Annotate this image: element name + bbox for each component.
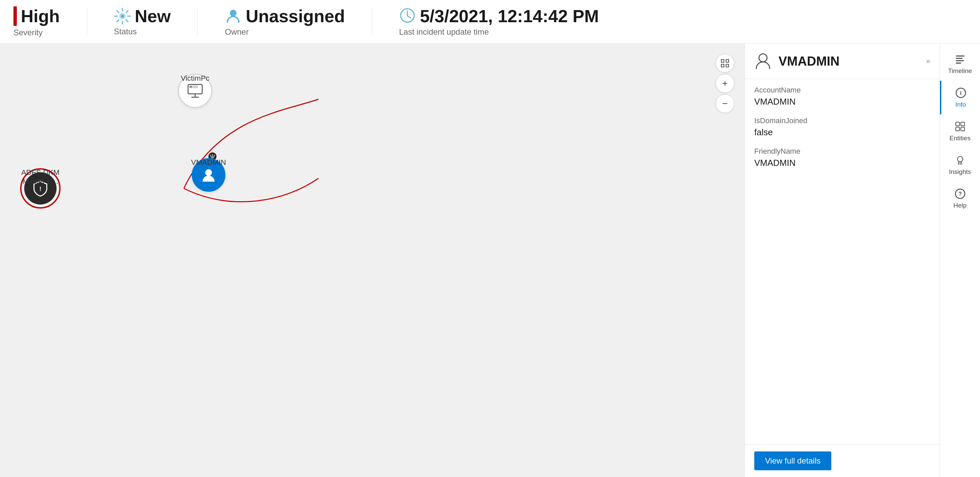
svg-point-24: [205, 169, 212, 176]
alert-node[interactable]: ! ADFS DKM Master K...: [20, 168, 60, 208]
svg-text:?: ?: [958, 191, 962, 197]
severity-item: High Severity: [13, 6, 60, 37]
view-full-details-button[interactable]: View full details: [754, 452, 831, 470]
svg-rect-37: [961, 122, 964, 126]
svg-rect-27: [721, 64, 724, 67]
svg-line-13: [407, 16, 410, 18]
user-icon-graph: [199, 166, 218, 184]
sidebar-item-entities[interactable]: Entities: [940, 114, 980, 148]
panel-title: VMADMIN: [778, 54, 840, 68]
svg-text:!: !: [39, 186, 41, 192]
unassigned-owner-icon: [225, 7, 242, 25]
fit-button[interactable]: [716, 54, 734, 73]
sidebar-item-timeline[interactable]: Timeline: [940, 47, 980, 81]
time-label: 5/3/2021, 12:14:42 PM: [420, 7, 599, 25]
status-item: New Status: [114, 7, 171, 37]
sidebar-item-insights[interactable]: Insights: [940, 148, 980, 182]
svg-rect-28: [726, 64, 729, 67]
sidebar-item-help[interactable]: ? Help: [940, 182, 980, 215]
monitor-icon: [186, 82, 204, 100]
zoom-in-icon: +: [722, 79, 728, 88]
panel-header: VMADMIN »: [745, 44, 940, 79]
svg-point-10: [230, 10, 237, 16]
svg-line-43: [961, 162, 962, 164]
panel-collapse-button[interactable]: »: [926, 57, 930, 65]
svg-rect-25: [721, 60, 724, 62]
sidebar-item-label-entities: Entities: [950, 135, 970, 142]
panel-footer: View full details: [745, 444, 940, 477]
sidebar-item-label-info: Info: [955, 101, 966, 108]
svg-text:i: i: [960, 90, 961, 96]
panel-content: AccountName VMADMIN IsDomainJoined false…: [745, 79, 940, 444]
panel-user-icon: [754, 52, 772, 71]
time-sublabel: Last incident update time: [399, 27, 599, 37]
panel-field: IsDomainJoined false: [754, 116, 930, 138]
right-sidebar: Timeline i Info Entities Insights ? Help: [940, 44, 980, 477]
svg-rect-30: [956, 56, 964, 57]
help-icon: ?: [954, 188, 966, 200]
svg-rect-26: [726, 60, 729, 62]
svg-point-1: [121, 14, 124, 18]
divider-2: [197, 8, 198, 35]
vmadmin-graph-node-label: VMADMIN: [178, 158, 239, 167]
victimpc-node[interactable]: VictimPc: [178, 74, 212, 108]
svg-line-9: [117, 19, 119, 22]
svg-rect-23: [193, 86, 197, 88]
panel-field-value: VMADMIN: [754, 158, 930, 168]
victimpc-node-label: VictimPc: [165, 74, 225, 83]
panel-field-label: AccountName: [754, 86, 930, 95]
divider-1: [87, 8, 87, 35]
graph-area[interactable]: ! ADFS DKM Master K... VictimPc: [0, 44, 745, 477]
svg-line-7: [126, 19, 128, 22]
panel-field-value: VMADMIN: [754, 97, 930, 107]
sidebar-item-label-insights: Insights: [949, 168, 971, 176]
svg-rect-22: [189, 86, 192, 88]
svg-line-41: [958, 162, 959, 164]
severity-sublabel: Severity: [13, 28, 60, 37]
sidebar-item-info[interactable]: i Info: [940, 81, 980, 114]
graph-svg: [0, 44, 745, 477]
svg-rect-39: [961, 127, 964, 131]
svg-rect-32: [956, 60, 964, 61]
info-icon: i: [955, 87, 967, 99]
status-label: New: [135, 7, 171, 25]
panel-field-label: IsDomainJoined: [754, 116, 930, 125]
owner-item: Unassigned Owner: [225, 7, 345, 37]
severity-label: High: [21, 7, 60, 25]
graph-controls: + −: [716, 54, 734, 113]
time-item: 5/3/2021, 12:14:42 PM Last incident upda…: [399, 7, 599, 37]
insights-icon: [954, 154, 966, 166]
fit-icon: [720, 59, 730, 68]
panel-field-label: FriendlyName: [754, 147, 930, 156]
svg-line-8: [126, 10, 128, 13]
owner-sublabel: Owner: [225, 27, 345, 37]
detail-panel: VMADMIN » AccountName VMADMIN IsDomainJo…: [745, 44, 940, 477]
panel-field: AccountName VMADMIN: [754, 86, 930, 107]
owner-label: Unassigned: [246, 7, 345, 25]
user-silhouette-icon: [754, 52, 772, 69]
clock-icon: [399, 7, 416, 25]
svg-rect-31: [956, 58, 963, 59]
status-sublabel: Status: [114, 27, 171, 37]
alert-node-label: ADFS DKM Master K...: [10, 168, 71, 186]
svg-rect-36: [956, 122, 959, 126]
svg-rect-38: [956, 127, 959, 131]
zoom-out-button[interactable]: −: [716, 94, 734, 113]
vmadmin-graph-node[interactable]: VMADMIN: [192, 158, 225, 192]
svg-line-6: [117, 10, 119, 13]
svg-point-29: [759, 54, 767, 62]
zoom-in-button[interactable]: +: [716, 74, 734, 93]
timeline-icon: [954, 53, 966, 65]
main-layout: ! ADFS DKM Master K... VictimPc: [0, 44, 980, 477]
sidebar-item-label-timeline: Timeline: [948, 67, 972, 75]
entities-icon: [954, 121, 966, 132]
svg-rect-33: [956, 62, 961, 64]
zoom-out-icon: −: [722, 99, 728, 108]
panel-field-value: false: [754, 127, 930, 138]
severity-bar: [13, 6, 17, 26]
new-status-icon: [114, 8, 131, 25]
sidebar-item-label-help: Help: [953, 202, 967, 209]
svg-point-40: [958, 156, 963, 162]
panel-field: FriendlyName VMADMIN: [754, 147, 930, 168]
header: High Severity New: [0, 0, 980, 44]
